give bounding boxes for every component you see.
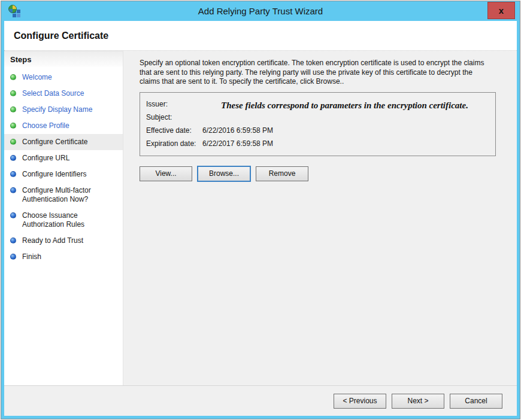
cert-field-expiration-date: Expiration date: 6/22/2017 6:59:58 PM: [146, 137, 489, 150]
steps-list: Welcome Select Data Source Specify Displ…: [4, 69, 123, 265]
next-button[interactable]: Next >: [392, 394, 444, 409]
sidebar-item-welcome[interactable]: Welcome: [4, 69, 123, 86]
steps-header: Steps: [4, 51, 123, 67]
cert-field-issuer: Issuer:: [146, 98, 489, 111]
titlebar: Add Relying Party Trust Wizard x: [4, 1, 517, 21]
remove-button[interactable]: Remove: [256, 166, 308, 181]
heading-band: Configure Certificate: [4, 21, 517, 51]
sidebar-item-configure-mfa: Configure Multi-factor Authentication No…: [4, 182, 123, 208]
browse-button[interactable]: Browse...: [198, 166, 250, 181]
sidebar-item-ready-to-add-trust: Ready to Add Trust: [4, 233, 123, 249]
dialog-body: Configure Certificate Steps Welcome Sele…: [4, 21, 517, 416]
certificate-details-box: Issuer: Subject: Effective date: 6/22/20…: [140, 92, 496, 156]
certificate-buttons-row: View... Browse... Remove: [140, 166, 499, 181]
step-status-icon: [10, 212, 16, 218]
cert-field-subject: Subject:: [146, 111, 489, 124]
previous-button[interactable]: < Previous: [334, 394, 386, 409]
sidebar-item-choose-issuance-rules: Choose Issuance Authorization Rules: [4, 208, 123, 233]
close-button[interactable]: x: [487, 2, 515, 19]
cancel-button[interactable]: Cancel: [450, 394, 502, 409]
page-description: Specify an optional token encryption cer…: [140, 59, 494, 87]
page-title: Configure Certificate: [14, 31, 108, 41]
step-status-icon: [10, 139, 16, 145]
sidebar-item-configure-identifiers: Configure Identifiers: [4, 166, 123, 182]
wizard-dialog: Add Relying Party Trust Wizard x Configu…: [1, 1, 520, 419]
sidebar-item-specify-display-name[interactable]: Specify Display Name: [4, 102, 123, 118]
step-status-icon: [10, 90, 16, 96]
step-status-icon: [10, 171, 16, 177]
step-status-icon: [10, 74, 16, 80]
sidebar-item-select-data-source[interactable]: Select Data Source: [4, 86, 123, 102]
window-title: Add Relying Party Trust Wizard: [4, 6, 517, 16]
step-status-icon: [10, 106, 16, 112]
step-status-icon: [10, 123, 16, 129]
step-status-icon: [10, 254, 16, 260]
sidebar-item-finish: Finish: [4, 249, 123, 265]
step-status-icon: [10, 155, 16, 161]
main-pane: Specify an optional token encryption cer…: [123, 51, 517, 385]
steps-sidebar: Steps Welcome Select Data Source Specify…: [4, 51, 123, 385]
wizard-footer: < Previous Next > Cancel: [4, 385, 517, 416]
view-button[interactable]: View...: [140, 166, 192, 181]
sidebar-item-configure-url: Configure URL: [4, 150, 123, 166]
cert-field-effective-date: Effective date: 6/22/2016 6:59:58 PM: [146, 124, 489, 137]
sidebar-item-configure-certificate[interactable]: Configure Certificate: [4, 134, 123, 150]
step-status-icon: [10, 238, 16, 244]
step-status-icon: [10, 187, 16, 193]
sidebar-item-choose-profile[interactable]: Choose Profile: [4, 118, 123, 134]
